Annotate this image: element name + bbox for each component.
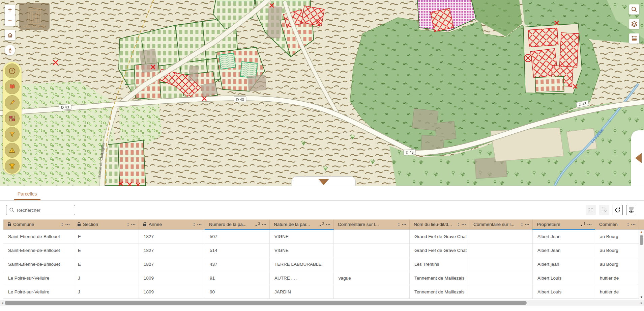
sort-icon[interactable] — [127, 223, 129, 226]
table-row[interactable]: Le Poiré-sur-VelluireJ180991AUTRE . . .v… — [3, 271, 644, 285]
column-menu-icon[interactable]: ••• — [65, 223, 70, 226]
horizontal-scroll-track[interactable] — [5, 301, 639, 305]
refresh-icon — [614, 207, 621, 213]
table-cell: E — [73, 243, 139, 257]
search-box[interactable] — [6, 205, 75, 215]
sort-icon[interactable] — [627, 223, 629, 226]
column-header-9[interactable]: Commen••• — [595, 219, 639, 229]
tab-parcelles[interactable]: Parcelles — [14, 191, 40, 200]
column-menu-icon[interactable]: ••• — [197, 223, 202, 226]
column-header-6[interactable]: Nom du lieu-dit/d...••• — [410, 219, 469, 229]
column-header-8[interactable]: Propriétaire▲1••• — [533, 219, 595, 229]
vertical-scrollbar[interactable]: ▲ ▼ — [639, 230, 644, 300]
table-cell — [469, 243, 533, 257]
columns-visibility-button[interactable] — [626, 205, 636, 215]
table-row[interactable]: Le Poiré-sur-VelluireJ180990JARDINTennem… — [3, 285, 644, 299]
map-tools-toolbar: ? — [3, 62, 22, 175]
table-cell: Saint-Etienne-de-Brillouet — [3, 230, 73, 243]
map-search-button[interactable] — [629, 4, 639, 15]
scroll-left-arrow[interactable]: ◄ — [0, 301, 5, 305]
scroll-up-arrow[interactable]: ▲ — [640, 230, 643, 234]
vertical-scroll-thumb[interactable] — [640, 235, 643, 245]
sort-asc-icon[interactable]: ▲1 — [580, 222, 585, 227]
lock-icon — [77, 222, 81, 227]
column-header-4[interactable]: Nature de la par...▲2••• — [270, 219, 334, 229]
road-label: D 43 — [236, 98, 244, 102]
sort-icon[interactable] — [193, 223, 195, 226]
sort-icon[interactable] — [61, 223, 63, 226]
column-menu-icon[interactable]: ••• — [262, 223, 267, 226]
column-label: Propriétaire — [537, 222, 560, 227]
legend-button[interactable] — [5, 79, 20, 94]
table-cell: Albert Louis — [533, 271, 595, 285]
sort-icon[interactable] — [458, 223, 460, 226]
compass-button[interactable] — [5, 45, 15, 55]
scroll-down-arrow[interactable]: ▼ — [640, 295, 643, 300]
table-cell: VIGNE — [270, 243, 334, 257]
column-menu-icon[interactable]: ••• — [131, 223, 136, 226]
table-cell: au Bourg — [595, 230, 639, 243]
column-label: Nature de la par... — [274, 222, 310, 227]
alerts-button[interactable] — [5, 143, 20, 158]
home-button[interactable] — [5, 30, 15, 40]
measure-button[interactable] — [629, 33, 639, 44]
refresh-button[interactable] — [613, 205, 623, 215]
filter-button[interactable] — [5, 127, 20, 142]
table-cell: 1827 — [139, 243, 205, 257]
help-icon: ? — [8, 67, 16, 75]
zoom-in-button[interactable]: + — [5, 5, 15, 16]
column-menu-icon[interactable]: ••• — [402, 223, 407, 226]
grid-icon — [8, 115, 16, 122]
logo-building-icon — [25, 7, 44, 25]
draw-button[interactable] — [5, 95, 20, 110]
table-cell: 437 — [205, 257, 270, 271]
column-menu-icon[interactable]: ••• — [587, 223, 592, 226]
help-button[interactable]: ? — [5, 63, 20, 78]
column-header-5[interactable]: Commentaire sur l...••• — [334, 219, 410, 229]
column-label: Section — [83, 222, 98, 227]
map-canvas[interactable]: D 43 D 43 D 43 D 43 Chemin du Chataigner… — [0, 0, 644, 186]
app-logo: CAD NAP 85 — [19, 3, 50, 30]
table-row[interactable]: Saint-Etienne-de-BrillouetE1827514VIGNEG… — [3, 243, 644, 257]
column-header-2[interactable]: Année••• — [139, 219, 205, 229]
column-menu-icon[interactable]: ••• — [525, 223, 530, 226]
column-label: Année — [149, 222, 162, 227]
table-cell: 1827 — [139, 257, 205, 271]
sort-icon[interactable] — [398, 223, 400, 226]
sort-icon[interactable] — [521, 223, 523, 226]
table-row[interactable]: Saint-Etienne-de-BrillouetE1827507VIGNEG… — [3, 230, 644, 243]
warning-icon — [8, 147, 16, 154]
sort-asc-icon[interactable]: ▲3 — [255, 222, 260, 227]
table-cell — [469, 230, 533, 243]
sort-asc-icon[interactable]: ▲2 — [319, 222, 324, 227]
column-menu-icon[interactable]: ••• — [462, 223, 466, 226]
right-panel-expand-tab[interactable] — [631, 130, 644, 186]
column-header-7[interactable]: Commentaire sur l...••• — [469, 219, 533, 229]
scroll-right-arrow[interactable]: ► — [639, 301, 644, 305]
sort-order: 3 — [258, 222, 260, 226]
table-controls-row — [0, 201, 644, 219]
awards-button[interactable] — [5, 159, 20, 174]
logo-text: CAD NAP 85 — [23, 25, 46, 28]
zoom-out-button[interactable]: − — [5, 16, 15, 26]
table-cell — [469, 271, 533, 285]
basemap-button[interactable] — [5, 111, 20, 126]
column-menu-icon[interactable]: ••• — [631, 223, 636, 226]
column-header-3[interactable]: Numéro de la pa...▲3••• — [205, 219, 270, 229]
zoom-controls: + − — [5, 5, 15, 26]
column-menu-icon[interactable]: ••• — [326, 223, 331, 226]
search-input[interactable] — [17, 208, 72, 213]
column-header-0[interactable]: Commune••• — [3, 219, 73, 229]
table-cell: Albert jean — [533, 257, 595, 271]
horizontal-scroll-thumb[interactable] — [5, 301, 527, 305]
layers-button[interactable] — [629, 19, 639, 29]
filter-icon — [8, 131, 16, 138]
table-cell: J — [73, 285, 139, 299]
table-cell: huttier de — [595, 285, 639, 299]
horizontal-scrollbar[interactable]: ◄ ► — [0, 300, 644, 306]
table-row[interactable]: Saint-Etienne-de-BrillouetE1827437TERRE … — [3, 257, 644, 271]
table-cell: vague — [334, 271, 410, 285]
panel-collapse-tab[interactable] — [292, 176, 356, 186]
column-header-1[interactable]: Section••• — [73, 219, 139, 229]
table-cell: Albert Louis — [533, 285, 595, 299]
